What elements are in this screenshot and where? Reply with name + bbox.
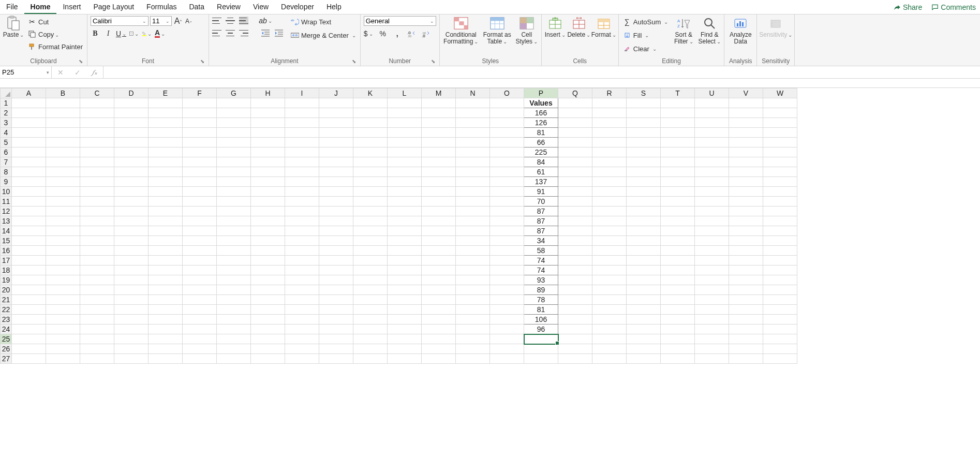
formula-bar[interactable] — [103, 66, 980, 78]
cell-S6[interactable] — [627, 148, 661, 157]
cell-A19[interactable] — [12, 275, 46, 285]
cell-Q1[interactable] — [558, 98, 592, 108]
cell-G8[interactable] — [217, 167, 251, 177]
cell-G12[interactable] — [217, 207, 251, 216]
column-header-S[interactable]: S — [627, 89, 661, 98]
cell-F24[interactable] — [183, 325, 217, 334]
align-middle-button[interactable] — [226, 17, 235, 25]
cell-J14[interactable] — [319, 226, 353, 236]
cell-N5[interactable] — [456, 138, 490, 148]
column-header-G[interactable]: G — [217, 89, 251, 98]
column-header-E[interactable]: E — [149, 89, 183, 98]
align-bottom-button[interactable] — [239, 17, 248, 25]
cell-P14[interactable]: 87 — [524, 226, 558, 236]
cell-A26[interactable] — [12, 344, 46, 354]
cell-K18[interactable] — [353, 266, 388, 275]
cell-Q2[interactable] — [558, 108, 592, 118]
cell-G23[interactable] — [217, 315, 251, 325]
cell-W19[interactable] — [763, 275, 797, 285]
cell-S2[interactable] — [627, 108, 661, 118]
cell-O3[interactable] — [490, 118, 524, 128]
row-header-14[interactable]: 14 — [1, 226, 12, 236]
cell-L19[interactable] — [388, 275, 422, 285]
increase-font-button[interactable]: A^ — [173, 17, 183, 26]
cell-L9[interactable] — [388, 177, 422, 187]
share-button[interactable]: Share — [894, 3, 922, 11]
cell-O12[interactable] — [490, 207, 524, 216]
row-header-6[interactable]: 6 — [1, 148, 12, 157]
cell-V1[interactable] — [729, 98, 763, 108]
cell-D9[interactable] — [114, 177, 149, 187]
cell-O7[interactable] — [490, 157, 524, 167]
cell-N15[interactable] — [456, 236, 490, 246]
cell-C21[interactable] — [80, 295, 114, 305]
cell-C24[interactable] — [80, 325, 114, 334]
cell-W5[interactable] — [763, 138, 797, 148]
cell-V5[interactable] — [729, 138, 763, 148]
cell-N12[interactable] — [456, 207, 490, 216]
cell-M23[interactable] — [422, 315, 456, 325]
row-header-19[interactable]: 19 — [1, 275, 12, 285]
cell-T22[interactable] — [661, 305, 695, 315]
column-header-W[interactable]: W — [763, 89, 797, 98]
cell-G15[interactable] — [217, 236, 251, 246]
cell-F5[interactable] — [183, 138, 217, 148]
cell-O1[interactable] — [490, 98, 524, 108]
cell-B2[interactable] — [46, 108, 80, 118]
tab-page-layout[interactable]: Page Layout — [87, 0, 140, 14]
cell-J13[interactable] — [319, 216, 353, 226]
cell-P17[interactable]: 74 — [524, 256, 558, 266]
cell-U8[interactable] — [695, 167, 729, 177]
cell-W26[interactable] — [763, 344, 797, 354]
cell-C7[interactable] — [80, 157, 114, 167]
spreadsheet-grid[interactable]: ABCDEFGHIJKLMNOPQRSTUVW1Values2166312648… — [0, 88, 797, 364]
cell-Q16[interactable] — [558, 246, 592, 256]
cell-D3[interactable] — [114, 118, 149, 128]
cell-O5[interactable] — [490, 138, 524, 148]
cell-I7[interactable] — [285, 157, 319, 167]
cell-Q21[interactable] — [558, 295, 592, 305]
cell-P1[interactable]: Values — [524, 98, 558, 108]
cell-G24[interactable] — [217, 325, 251, 334]
cell-U4[interactable] — [695, 128, 729, 138]
cell-B15[interactable] — [46, 236, 80, 246]
cell-F18[interactable] — [183, 266, 217, 275]
align-center-button[interactable] — [226, 29, 235, 37]
tab-help[interactable]: Help — [320, 0, 348, 14]
name-box[interactable]: P25▾ — [0, 66, 52, 78]
cell-M15[interactable] — [422, 236, 456, 246]
cell-S21[interactable] — [627, 295, 661, 305]
cell-P11[interactable]: 70 — [524, 197, 558, 207]
cell-U16[interactable] — [695, 246, 729, 256]
cell-S4[interactable] — [627, 128, 661, 138]
cell-B14[interactable] — [46, 226, 80, 236]
cell-J23[interactable] — [319, 315, 353, 325]
underline-button[interactable]: U — [116, 29, 126, 38]
cell-E24[interactable] — [149, 325, 183, 334]
cell-V27[interactable] — [729, 354, 763, 364]
cell-L23[interactable] — [388, 315, 422, 325]
cell-H20[interactable] — [251, 285, 285, 295]
cell-C6[interactable] — [80, 148, 114, 157]
cell-L11[interactable] — [388, 197, 422, 207]
cell-H13[interactable] — [251, 216, 285, 226]
cell-R3[interactable] — [592, 118, 627, 128]
cell-L25[interactable] — [388, 334, 422, 344]
row-header-22[interactable]: 22 — [1, 305, 12, 315]
cell-N17[interactable] — [456, 256, 490, 266]
cell-F10[interactable] — [183, 187, 217, 197]
cell-F1[interactable] — [183, 98, 217, 108]
cell-M10[interactable] — [422, 187, 456, 197]
tab-developer[interactable]: Developer — [275, 0, 320, 14]
cell-C23[interactable] — [80, 315, 114, 325]
cell-H3[interactable] — [251, 118, 285, 128]
cell-I14[interactable] — [285, 226, 319, 236]
cell-V3[interactable] — [729, 118, 763, 128]
percent-button[interactable]: % — [378, 29, 388, 38]
cell-W22[interactable] — [763, 305, 797, 315]
cell-S1[interactable] — [627, 98, 661, 108]
cell-H7[interactable] — [251, 157, 285, 167]
select-all-corner[interactable] — [1, 89, 12, 98]
cell-I5[interactable] — [285, 138, 319, 148]
cell-J10[interactable] — [319, 187, 353, 197]
